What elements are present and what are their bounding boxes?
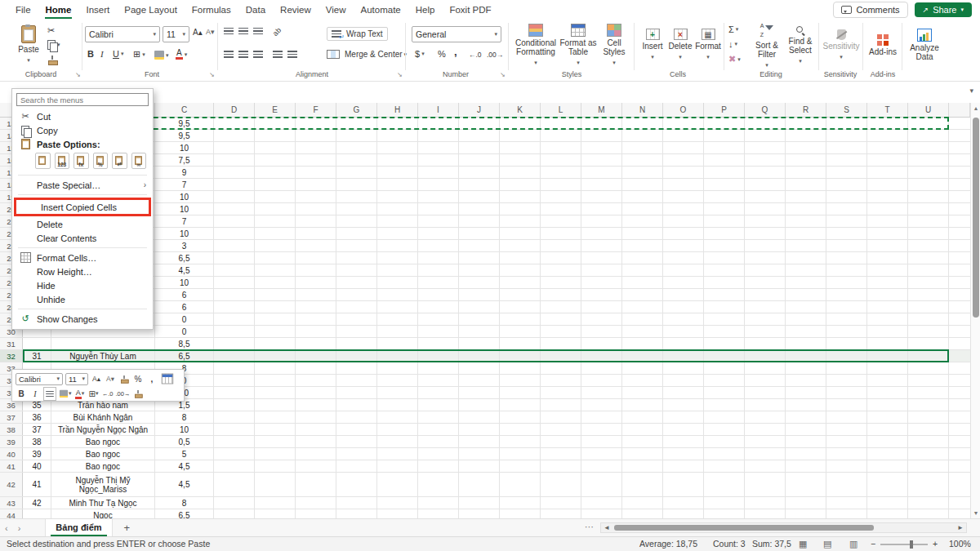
cell-F41[interactable] bbox=[296, 460, 336, 472]
cell-N17[interactable] bbox=[622, 167, 663, 178]
col-header-I[interactable]: I bbox=[418, 103, 459, 117]
cell-E42[interactable] bbox=[255, 473, 296, 496]
cell-U27[interactable] bbox=[908, 289, 949, 300]
col-header-U[interactable]: U bbox=[908, 103, 949, 117]
cell-M41[interactable] bbox=[581, 460, 622, 472]
cell-K39[interactable] bbox=[500, 436, 541, 447]
comma-style-button[interactable] bbox=[454, 46, 457, 58]
cell-D35[interactable] bbox=[214, 387, 255, 398]
cell-I21[interactable] bbox=[418, 216, 459, 227]
cell-L40[interactable] bbox=[541, 448, 581, 460]
cell-N25[interactable] bbox=[622, 264, 663, 276]
alignment-dialog-launcher[interactable] bbox=[397, 71, 403, 78]
status-average[interactable]: Average: 18,75 bbox=[639, 539, 697, 549]
cell-I18[interactable] bbox=[418, 179, 459, 190]
cell-N24[interactable] bbox=[622, 252, 663, 264]
align-bottom-button[interactable] bbox=[253, 28, 263, 35]
cell-F19[interactable] bbox=[296, 191, 336, 202]
cell-Q19[interactable] bbox=[745, 191, 786, 202]
cell-T19[interactable] bbox=[867, 191, 908, 202]
cell-Q44[interactable] bbox=[745, 509, 786, 518]
cell-M20[interactable] bbox=[581, 203, 622, 215]
cell-O23[interactable] bbox=[663, 240, 704, 251]
menu-item-format-cells[interactable]: Format Cells… bbox=[12, 251, 153, 264]
cell-T21[interactable] bbox=[867, 216, 908, 227]
cell-L17[interactable] bbox=[541, 167, 581, 178]
cell-K14[interactable] bbox=[500, 130, 541, 141]
cell-F36[interactable] bbox=[296, 399, 336, 411]
align-right-button[interactable] bbox=[253, 51, 263, 58]
cell-R35[interactable] bbox=[786, 387, 826, 398]
cell-M14[interactable] bbox=[581, 130, 622, 141]
cell-C15[interactable]: 10 bbox=[155, 142, 214, 153]
cell-P27[interactable] bbox=[704, 289, 745, 300]
cell-F28[interactable] bbox=[296, 301, 336, 313]
wrap-text-button[interactable]: Wrap Text bbox=[327, 27, 388, 41]
cell-N23[interactable] bbox=[622, 240, 663, 251]
cell-P23[interactable] bbox=[704, 240, 745, 251]
row-header-40[interactable]: 40 bbox=[0, 448, 23, 460]
cell-E36[interactable] bbox=[255, 399, 296, 411]
cell-I37[interactable] bbox=[418, 411, 459, 423]
cell-filler-22[interactable] bbox=[949, 228, 970, 239]
cell-I27[interactable] bbox=[418, 289, 459, 300]
cell-M44[interactable] bbox=[581, 509, 622, 518]
cell-L24[interactable] bbox=[541, 252, 581, 264]
col-header-T[interactable]: T bbox=[867, 103, 908, 117]
cell-S22[interactable] bbox=[826, 228, 867, 239]
cell-M26[interactable] bbox=[581, 277, 622, 288]
copy-button[interactable] bbox=[47, 40, 60, 50]
cell-H44[interactable] bbox=[377, 509, 418, 518]
cell-S38[interactable] bbox=[826, 424, 867, 435]
cell-I22[interactable] bbox=[418, 228, 459, 239]
cell-C18[interactable]: 7 bbox=[155, 179, 214, 190]
cell-L26[interactable] bbox=[541, 277, 581, 288]
cell-H22[interactable] bbox=[377, 228, 418, 239]
cell-U24[interactable] bbox=[908, 252, 949, 264]
cell-I30[interactable] bbox=[418, 326, 459, 337]
menu-tab-insert[interactable]: Insert bbox=[78, 0, 117, 20]
cell-M35[interactable] bbox=[581, 387, 622, 398]
align-center-button[interactable] bbox=[238, 51, 248, 58]
cell-O36[interactable] bbox=[663, 399, 704, 411]
cell-E31[interactable] bbox=[255, 338, 296, 349]
cell-H24[interactable] bbox=[377, 252, 418, 264]
cell-L43[interactable] bbox=[541, 497, 581, 509]
cell-C23[interactable]: 3 bbox=[155, 240, 214, 251]
row-header-39[interactable]: 39 bbox=[0, 436, 23, 447]
cell-F14[interactable] bbox=[296, 130, 336, 141]
cell-R21[interactable] bbox=[786, 216, 826, 227]
cell-F40[interactable] bbox=[296, 448, 336, 460]
cell-Q14[interactable] bbox=[745, 130, 786, 141]
cell-L28[interactable] bbox=[541, 301, 581, 313]
mini-bold-button[interactable] bbox=[16, 388, 27, 400]
cell-filler-36[interactable] bbox=[949, 399, 970, 411]
cell-N30[interactable] bbox=[622, 326, 663, 337]
paste-link-icon[interactable]: ∞ bbox=[131, 153, 147, 169]
cell-R41[interactable] bbox=[786, 460, 826, 472]
cell-G36[interactable] bbox=[336, 399, 377, 411]
cell-R25[interactable] bbox=[786, 264, 826, 276]
cell-R19[interactable] bbox=[786, 191, 826, 202]
cell-N41[interactable] bbox=[622, 460, 663, 472]
cell-S29[interactable] bbox=[826, 313, 867, 325]
paste-transpose-icon[interactable]: ⇄ bbox=[112, 153, 127, 169]
cell-R17[interactable] bbox=[786, 167, 826, 178]
cell-F34[interactable] bbox=[296, 375, 336, 386]
cell-E39[interactable] bbox=[255, 436, 296, 447]
menu-item-cut[interactable]: Cut bbox=[12, 109, 153, 123]
cell-I19[interactable] bbox=[418, 191, 459, 202]
cell-C28[interactable]: 6 bbox=[155, 301, 214, 313]
cell-M22[interactable] bbox=[581, 228, 622, 239]
cell-T24[interactable] bbox=[867, 252, 908, 264]
cell-E17[interactable] bbox=[255, 167, 296, 178]
cell-L34[interactable] bbox=[541, 375, 581, 386]
cell-N19[interactable] bbox=[622, 191, 663, 202]
cell-G29[interactable] bbox=[336, 313, 377, 325]
cell-B43[interactable]: Minh Thư Tạ Ngọc bbox=[51, 497, 155, 509]
cell-H16[interactable] bbox=[377, 154, 418, 166]
cell-F23[interactable] bbox=[296, 240, 336, 251]
cell-S26[interactable] bbox=[826, 277, 867, 288]
cell-N27[interactable] bbox=[622, 289, 663, 300]
cell-S16[interactable] bbox=[826, 154, 867, 166]
